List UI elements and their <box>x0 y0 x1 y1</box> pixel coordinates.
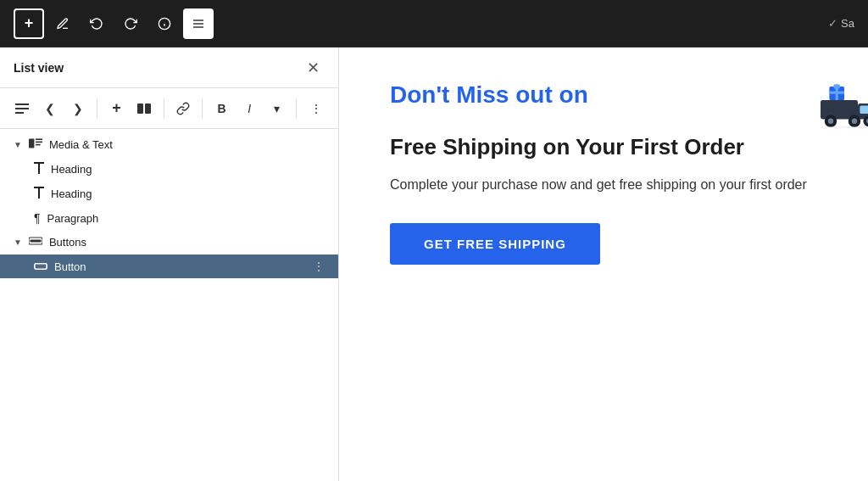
link-button[interactable] <box>170 95 195 122</box>
group-buttons-label: Buttons <box>49 236 86 249</box>
buttons-icon <box>29 235 42 249</box>
sidebar-header: List view ✕ <box>0 48 338 88</box>
cta-button[interactable]: GET FREE SHIPPING <box>390 223 600 265</box>
svg-rect-11 <box>29 138 34 148</box>
svg-rect-9 <box>137 103 143 114</box>
paragraph-icon: ¶ <box>34 211 41 225</box>
svg-marker-15 <box>34 162 44 174</box>
button-label: Button <box>54 260 86 273</box>
group-buttons-header[interactable]: ▼ Buttons <box>0 230 338 254</box>
content-area: Don't Miss out on Free Shipping on Your … <box>339 48 868 481</box>
list-body: ▼ Media & Text Heading Headin <box>0 129 338 481</box>
group-media-text-header[interactable]: ▼ Media & Text <box>0 132 338 157</box>
media-text-icon <box>29 137 42 152</box>
heading1-label: Heading <box>51 163 92 176</box>
redo-button[interactable] <box>115 8 146 39</box>
truck-icon <box>817 81 868 136</box>
group-media-text-label: Media & Text <box>49 138 113 151</box>
content-inner: Don't Miss out on Free Shipping on Your … <box>390 81 817 265</box>
layout-button[interactable] <box>132 95 157 122</box>
italic-button[interactable]: I <box>237 95 262 122</box>
toolbar-divider-2 <box>164 98 164 119</box>
svg-rect-18 <box>31 239 42 242</box>
list-item-heading2[interactable]: Heading <box>0 182 338 206</box>
svg-rect-8 <box>15 112 24 114</box>
kebab-menu-button[interactable]: ⋮ <box>303 95 328 122</box>
heading-icon-1 <box>34 162 44 176</box>
block-toolbar: ❮ ❯ + B I ▾ ⋮ <box>0 88 338 129</box>
pen-tool-button[interactable] <box>47 8 78 39</box>
save-status: ✓ Sa <box>828 17 854 30</box>
heading-icon-2 <box>34 187 44 201</box>
svg-rect-7 <box>15 108 29 109</box>
svg-rect-5 <box>193 26 203 27</box>
toolbar-divider-1 <box>97 98 97 119</box>
svg-marker-16 <box>34 187 44 199</box>
button-block-icon <box>34 260 47 273</box>
toolbar-divider-4 <box>296 98 297 119</box>
svg-point-32 <box>852 119 857 124</box>
list-item-paragraph[interactable]: ¶ Paragraph <box>0 206 338 230</box>
toolbar-left: + <box>14 8 214 39</box>
svg-point-30 <box>828 119 833 124</box>
top-toolbar: + ✓ Sa <box>0 0 868 48</box>
sidebar-title: List view <box>14 61 64 75</box>
code-prev-button[interactable]: ❮ <box>38 95 63 122</box>
group-buttons: ▼ Buttons Button ⋮ <box>0 230 338 278</box>
svg-rect-3 <box>193 20 203 20</box>
bold-button[interactable]: B <box>209 95 234 122</box>
toolbar-right: ✓ Sa <box>828 17 854 30</box>
heading2-label: Heading <box>51 187 92 200</box>
svg-rect-10 <box>145 103 151 114</box>
list-item-heading1[interactable]: Heading <box>0 157 338 182</box>
svg-rect-12 <box>36 138 42 140</box>
item-options-icon[interactable]: ⋮ <box>313 260 325 273</box>
add-block-button[interactable]: + <box>14 8 44 39</box>
sidebar: List view ✕ ❮ ❯ + B I ▾ ⋮ <box>0 48 339 481</box>
chevron-down-icon: ▼ <box>14 140 22 149</box>
svg-rect-13 <box>36 142 42 143</box>
svg-rect-6 <box>15 103 29 105</box>
undo-button[interactable] <box>81 8 112 39</box>
svg-rect-27 <box>860 105 868 114</box>
chevron-down-icon-2: ▼ <box>14 238 22 247</box>
cta-wrapper: GET FREE SHIPPING <box>390 223 817 265</box>
svg-rect-4 <box>193 23 203 24</box>
promo-heading: Don't Miss out on <box>390 81 817 109</box>
code-next-button[interactable]: ❯ <box>65 95 90 122</box>
list-item-button[interactable]: Button ⋮ <box>0 254 338 278</box>
sidebar-close-button[interactable]: ✕ <box>301 56 325 80</box>
paragraph-label: Paragraph <box>47 212 99 225</box>
align-button[interactable] <box>10 95 35 122</box>
paragraph-text: Complete your purchase now and get free … <box>390 174 817 196</box>
group-media-text: ▼ Media & Text Heading Headin <box>0 132 338 230</box>
list-view-button[interactable] <box>183 8 214 39</box>
info-button[interactable] <box>149 8 180 39</box>
svg-rect-14 <box>36 144 41 146</box>
plus-block-button[interactable]: + <box>104 95 129 122</box>
svg-rect-22 <box>829 92 844 94</box>
main-heading: Free Shipping on Your First Order <box>390 134 817 160</box>
more-options-button[interactable]: ▾ <box>265 95 290 122</box>
main-area: List view ✕ ❮ ❯ + B I ▾ ⋮ <box>0 48 868 481</box>
svg-rect-19 <box>35 264 47 269</box>
toolbar-divider-3 <box>202 98 203 119</box>
